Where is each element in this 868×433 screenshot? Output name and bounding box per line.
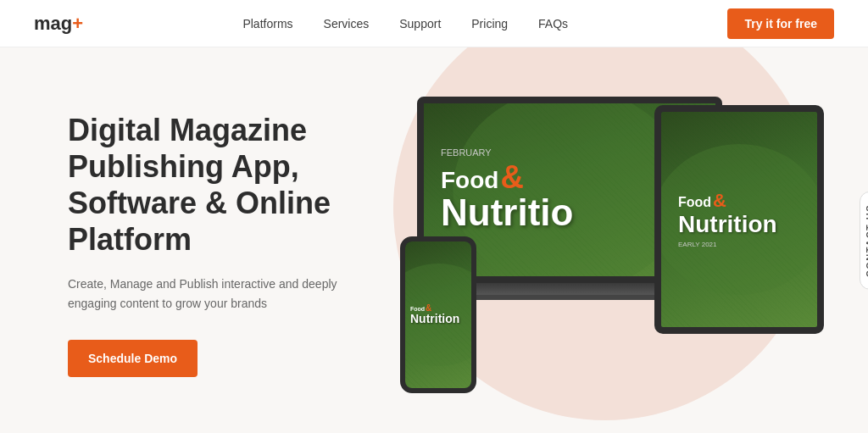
hero-title: Digital Magazine Publishing App, Softwar… — [68, 112, 356, 258]
laptop-mag-amp: & — [500, 161, 523, 193]
contact-sidebar[interactable]: CONTACT US — [860, 191, 868, 289]
nav-link-platforms[interactable]: Platforms — [242, 17, 292, 31]
phone-mag-food: Food — [410, 306, 425, 312]
tablet-body: Food & Nutrition EARLY 2021 — [654, 105, 824, 334]
phone-body: Food & Nutrition — [400, 236, 476, 393]
phone-mag-nutrition: Nutrition — [410, 313, 459, 325]
laptop-mag-food: Food — [441, 167, 498, 194]
logo-plus: + — [72, 13, 83, 35]
phone-device: Food & Nutrition — [400, 236, 476, 393]
laptop-mag-nutrition: Nutritio — [441, 194, 573, 231]
tablet-device: Food & Nutrition EARLY 2021 — [654, 105, 824, 334]
hero-content: Digital Magazine Publishing App, Softwar… — [0, 47, 356, 433]
nav-item-services[interactable]: Services — [324, 16, 370, 31]
try-free-button[interactable]: Try it for free — [727, 8, 834, 39]
contact-label: CONTACT US — [865, 203, 868, 276]
phone-magazine-cover: Food & Nutrition — [405, 241, 471, 388]
hero-subtitle: Create, Manage and Publish interactive a… — [68, 275, 339, 313]
nav-item-platforms[interactable]: Platforms — [242, 16, 292, 31]
hero-section: Digital Magazine Publishing App, Softwar… — [0, 47, 868, 433]
tablet-mag-food: Food — [678, 195, 711, 210]
device-group: FEBRUARY Food & Nutritio — [400, 88, 824, 410]
hero-devices: FEBRUARY Food & Nutritio — [356, 47, 868, 433]
logo[interactable]: mag+ — [34, 13, 83, 35]
nav-link-support[interactable]: Support — [399, 17, 441, 31]
nav-links: Platforms Services Support Pricing FAQs — [242, 16, 568, 31]
tablet-magazine-cover: Food & Nutrition EARLY 2021 — [661, 112, 817, 327]
nav-item-pricing[interactable]: Pricing — [471, 16, 508, 31]
nav-item-faqs[interactable]: FAQs — [538, 16, 568, 31]
nav-link-pricing[interactable]: Pricing — [471, 17, 508, 31]
logo-text: mag — [34, 13, 72, 35]
navbar: mag+ Platforms Services Support Pricing … — [0, 0, 868, 47]
tablet-mag-date: EARLY 2021 — [678, 241, 777, 248]
schedule-demo-button[interactable]: Schedule Demo — [68, 340, 198, 377]
nav-item-support[interactable]: Support — [399, 16, 441, 31]
nav-link-faqs[interactable]: FAQs — [538, 17, 568, 31]
tablet-mag-amp: & — [713, 190, 726, 212]
tablet-mag-nutrition: Nutrition — [678, 212, 777, 238]
nav-link-services[interactable]: Services — [324, 17, 370, 31]
